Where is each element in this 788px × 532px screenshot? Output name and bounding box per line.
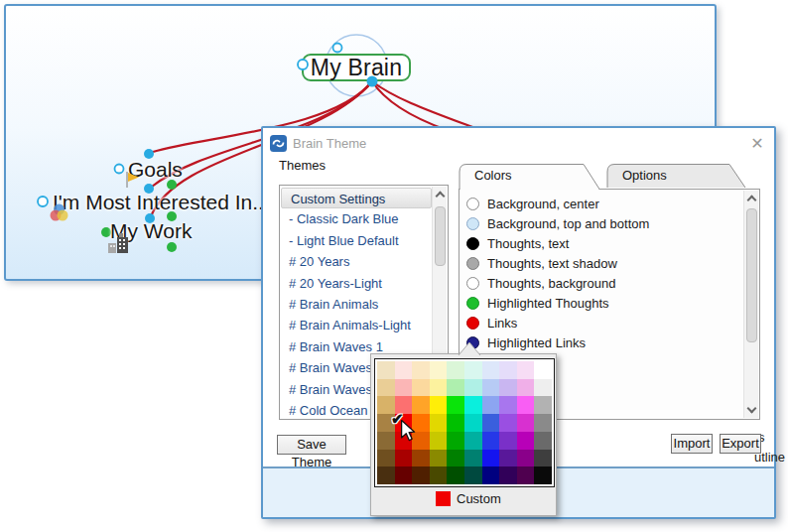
palette-swatch[interactable] <box>464 450 482 467</box>
palette-swatch[interactable] <box>447 396 464 414</box>
palette-swatch[interactable] <box>430 361 448 379</box>
theme-list-item[interactable]: - Light Blue Default <box>280 230 433 251</box>
color-setting-item[interactable]: Thoughts, text <box>460 233 742 253</box>
scroll-up-icon[interactable] <box>747 196 757 205</box>
root-thought-node[interactable]: My Brain <box>302 54 411 81</box>
thought-my-work[interactable]: My Work <box>106 219 192 243</box>
palette-swatch[interactable] <box>482 466 500 484</box>
palette-swatch[interactable] <box>412 450 430 467</box>
palette-swatch[interactable] <box>517 396 535 414</box>
color-setting-item[interactable]: Thoughts, text shadow <box>460 253 742 273</box>
color-swatch[interactable] <box>466 317 479 330</box>
palette-swatch[interactable] <box>482 432 500 450</box>
palette-swatch[interactable] <box>464 466 482 484</box>
palette-swatch[interactable] <box>430 450 448 467</box>
thought-interested[interactable]: I'm Most Interested In... <box>49 191 270 214</box>
palette-swatch[interactable] <box>499 361 517 379</box>
palette-swatch[interactable] <box>377 361 395 379</box>
color-setting-item[interactable]: Highlighted Links <box>460 332 742 352</box>
palette-swatch[interactable] <box>534 450 552 467</box>
palette-swatch[interactable] <box>464 361 482 379</box>
import-button[interactable]: Import <box>671 434 713 454</box>
palette-swatch[interactable] <box>534 466 552 484</box>
palette-swatch[interactable] <box>377 466 395 484</box>
color-setting-item[interactable]: Thoughts, background <box>460 273 742 293</box>
close-icon[interactable]: ✕ <box>746 132 768 154</box>
palette-swatch[interactable] <box>412 361 430 379</box>
scroll-up-icon[interactable] <box>436 192 446 201</box>
color-swatch[interactable] <box>466 198 479 210</box>
palette-swatch[interactable] <box>499 466 517 484</box>
custom-color-swatch[interactable] <box>436 491 451 506</box>
palette-swatch[interactable] <box>517 414 535 432</box>
palette-swatch[interactable] <box>499 396 517 414</box>
theme-list-item[interactable]: # Brain Animals <box>280 294 433 315</box>
color-setting-item[interactable]: Background, center <box>460 194 742 213</box>
palette-swatch[interactable] <box>395 450 413 467</box>
colors-scrollbar[interactable] <box>743 191 758 418</box>
color-swatch[interactable] <box>466 277 479 290</box>
palette-swatch[interactable] <box>412 466 430 484</box>
save-theme-button[interactable]: Save Theme <box>277 435 346 455</box>
palette-swatch[interactable] <box>464 432 482 450</box>
palette-swatch[interactable] <box>447 379 464 397</box>
theme-list-item[interactable]: # 20 Years <box>280 251 433 272</box>
palette-swatch[interactable] <box>395 466 413 484</box>
palette-swatch[interactable] <box>534 379 552 397</box>
palette-swatch[interactable] <box>534 396 552 414</box>
tab-colors[interactable]: Colors <box>474 168 512 183</box>
theme-list-item[interactable]: # 20 Years-Light <box>280 273 433 294</box>
palette-swatch[interactable] <box>430 466 448 484</box>
palette-swatch[interactable] <box>517 466 535 484</box>
palette-swatch[interactable] <box>482 414 500 432</box>
palette-swatch[interactable] <box>464 379 482 397</box>
palette-swatch[interactable] <box>447 450 464 467</box>
palette-swatch[interactable] <box>430 432 448 450</box>
palette-swatch[interactable] <box>447 414 464 432</box>
palette-swatch[interactable] <box>534 414 552 432</box>
scrollbar-thumb[interactable] <box>746 208 757 342</box>
theme-list-item[interactable]: Custom Settings <box>281 188 432 208</box>
palette-swatch[interactable] <box>482 450 500 467</box>
palette-swatch[interactable] <box>534 361 552 379</box>
palette-swatch[interactable] <box>430 414 448 432</box>
palette-swatch[interactable] <box>482 396 500 414</box>
palette-swatch[interactable] <box>534 432 552 450</box>
color-swatch[interactable] <box>466 237 479 250</box>
palette-swatch[interactable] <box>464 396 482 414</box>
palette-swatch[interactable] <box>377 432 395 450</box>
scroll-down-icon[interactable] <box>747 404 757 414</box>
palette-swatch[interactable] <box>447 466 464 484</box>
palette-swatch[interactable] <box>482 379 500 397</box>
palette-swatch[interactable] <box>464 414 482 432</box>
palette-swatch[interactable] <box>482 361 500 379</box>
palette-swatch[interactable] <box>499 450 517 467</box>
palette-swatch[interactable] <box>517 361 535 379</box>
theme-list-item[interactable]: # Brain Animals-Light <box>280 315 433 335</box>
palette-swatch[interactable] <box>499 432 517 450</box>
color-setting-item[interactable]: Highlighted Thoughts <box>460 293 742 313</box>
palette-swatch[interactable] <box>395 361 413 379</box>
palette-swatch[interactable] <box>412 379 430 397</box>
color-setting-item[interactable]: Background, top and bottom <box>460 213 742 233</box>
palette-swatch[interactable] <box>430 396 448 414</box>
theme-list-item[interactable]: - Classic Dark Blue <box>280 208 433 229</box>
palette-swatch[interactable] <box>517 379 535 397</box>
color-setting-item[interactable]: Links <box>460 313 742 332</box>
palette-swatch[interactable] <box>499 379 517 397</box>
palette-swatch[interactable] <box>517 450 535 467</box>
export-button[interactable]: Export <box>720 434 761 454</box>
color-swatch[interactable] <box>466 257 479 270</box>
palette-swatch[interactable] <box>447 432 464 450</box>
palette-swatch[interactable] <box>499 414 517 432</box>
palette-swatch[interactable] <box>377 450 395 467</box>
palette-swatch[interactable] <box>412 396 430 414</box>
palette-swatch[interactable] <box>430 379 448 397</box>
scrollbar-thumb[interactable] <box>435 206 446 266</box>
palette-swatch[interactable] <box>395 379 413 397</box>
palette-swatch[interactable] <box>447 361 464 379</box>
palette-swatch[interactable] <box>377 379 395 397</box>
tab-options[interactable]: Options <box>622 168 667 183</box>
palette-swatch[interactable] <box>517 432 535 450</box>
color-swatch[interactable] <box>466 297 479 310</box>
